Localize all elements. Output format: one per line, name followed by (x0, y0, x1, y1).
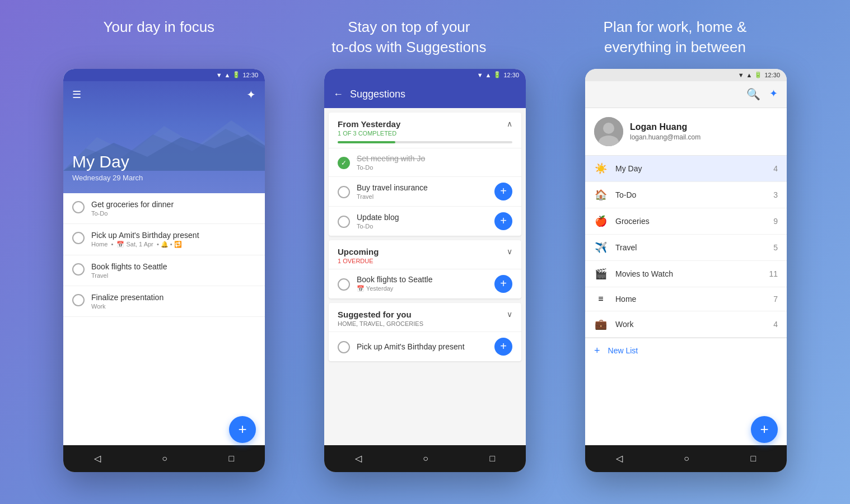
list-item-groceries[interactable]: 🍎 Groceries 9 (585, 208, 787, 235)
phone1: ▼ ▲ 🔋 12:30 ☰ ✦ My Day Wed (63, 69, 265, 472)
task-item-groceries[interactable]: Get groceries for dinner To-Do (63, 193, 265, 224)
nav-back-icon[interactable]: ◁ (94, 453, 101, 464)
task-circle-groceries[interactable] (72, 201, 85, 213)
header-right: Plan for work, home &everything in betwe… (604, 17, 747, 58)
nav-recents-icon2[interactable]: □ (490, 454, 496, 464)
phone1-fab[interactable]: + (229, 416, 256, 443)
insurance-circle[interactable] (338, 186, 350, 198)
task-subtitle-presentation: Work (91, 303, 256, 310)
search-icon[interactable]: 🔍 (746, 87, 760, 101)
status-battery-icon2: 🔋 (493, 71, 501, 78)
suggestion-item-meeting[interactable]: ✓ Set meeting with Jo To-Do (329, 148, 521, 176)
my-day-date: Wednesday 29 March (72, 174, 256, 182)
task-subtitle-flights: Travel (91, 272, 256, 279)
status-signal-icon3: ▲ (746, 72, 753, 78)
meeting-title: Set meeting with Jo (357, 154, 512, 163)
header-left-text: Your day in focus (104, 17, 215, 37)
upcoming-header: Upcoming 1 OVERDUE ∨ (329, 240, 521, 269)
header-center: Stay on top of yourto-dos with Suggestio… (331, 17, 486, 58)
back-arrow-icon[interactable]: ← (333, 88, 343, 100)
flights-content: Book flights to Seattle 📅 Yesterday (357, 275, 488, 292)
phone1-nav-bar: ◁ ○ □ (63, 445, 265, 472)
suggestion-item-birthday2[interactable]: Pick up Amit's Birthday present + (329, 332, 521, 361)
home-label: Home (615, 295, 765, 304)
task-title-presentation: Finalize presentation (91, 293, 256, 302)
travel-icon: ✈️ (594, 241, 608, 254)
task-title-groceries: Get groceries for dinner (91, 200, 256, 209)
upcoming-chevron[interactable]: ∨ (507, 247, 512, 256)
from-yesterday-header: From Yesterday 1 OF 3 COMPLETED ∧ (329, 113, 521, 141)
suggestion-item-blog[interactable]: Update blog To-Do + (329, 206, 521, 236)
blog-add-btn[interactable]: + (494, 212, 512, 230)
phone2-nav-bar: ◁ ○ □ (324, 445, 526, 472)
suggested-title: Suggested for you (338, 310, 423, 319)
insurance-content: Buy travel insurance Travel (357, 183, 488, 200)
from-yesterday-chevron[interactable]: ∧ (507, 119, 512, 128)
insurance-title: Buy travel insurance (357, 183, 488, 192)
nav-recents-icon3[interactable]: □ (751, 454, 756, 464)
task-item-birthday[interactable]: Pick up Amit's Birthday present Home • 📅… (63, 224, 265, 255)
new-list-button[interactable]: + New List (585, 338, 787, 363)
task-circle-flights[interactable] (72, 263, 85, 276)
suggested-chevron[interactable]: ∨ (507, 310, 512, 319)
suggestion-item-insurance[interactable]: Buy travel insurance Travel + (329, 176, 521, 206)
groceries-label: Groceries (615, 217, 765, 226)
task-content-flights: Book flights to Seattle Travel (91, 262, 256, 279)
blog-subtitle: To-Do (357, 223, 488, 230)
task-title-birthday: Pick up Amit's Birthday present (91, 231, 256, 240)
my-day-icon: ☀️ (594, 162, 608, 175)
flights-circle[interactable] (338, 278, 350, 291)
task-content-groceries: Get groceries for dinner To-Do (91, 200, 256, 217)
meeting-circle[interactable]: ✓ (338, 157, 350, 169)
task-content-birthday: Pick up Amit's Birthday present Home • 📅… (91, 231, 256, 248)
task-item-presentation[interactable]: Finalize presentation Work (63, 286, 265, 317)
nav-back-icon2[interactable]: ◁ (355, 453, 362, 464)
upcoming-subtitle: 1 OVERDUE (338, 258, 379, 264)
nav-home-icon2[interactable]: ○ (423, 454, 428, 464)
groceries-count: 9 (773, 217, 778, 226)
suggested-card: Suggested for you HOME, TRAVEL, GROCERIE… (329, 303, 521, 361)
meeting-subtitle: To-Do (357, 164, 512, 171)
list-item-home[interactable]: ≡ Home 7 (585, 287, 787, 311)
suggestion-item-flights-seattle[interactable]: Book flights to Seattle 📅 Yesterday + (329, 269, 521, 298)
status-wifi-icon2: ▼ (477, 72, 483, 78)
header-left: Your day in focus (104, 17, 215, 58)
brightness-icon3[interactable]: ✦ (769, 87, 778, 101)
suggestions-content: From Yesterday 1 OF 3 COMPLETED ∧ ✓ Set … (324, 108, 526, 445)
suggested-header: Suggested for you HOME, TRAVEL, GROCERIE… (329, 303, 521, 332)
home-icon: ≡ (594, 294, 608, 304)
insurance-add-btn[interactable]: + (494, 183, 512, 200)
phone1-header: ☰ ✦ My Day Wednesday 29 March (63, 81, 265, 193)
from-yesterday-subtitle: 1 OF 3 COMPLETED (338, 130, 400, 137)
list-item-travel[interactable]: ✈️ Travel 5 (585, 235, 787, 261)
nav-home-icon3[interactable]: ○ (684, 454, 689, 464)
from-yesterday-progress-fill (338, 141, 395, 143)
upcoming-title: Upcoming (338, 247, 379, 256)
nav-back-icon3[interactable]: ◁ (616, 453, 623, 464)
flights-title: Book flights to Seattle (357, 275, 488, 284)
blog-circle[interactable] (338, 216, 350, 228)
flights-add-btn[interactable]: + (494, 275, 512, 293)
user-email: logan.huang@mail.com (630, 133, 700, 141)
todo-label: To-Do (615, 190, 765, 199)
nav-home-icon[interactable]: ○ (162, 454, 167, 464)
birthday2-add-btn[interactable]: + (494, 338, 512, 356)
list-item-my-day[interactable]: ☀️ My Day 4 (585, 156, 787, 182)
task-circle-birthday[interactable] (72, 232, 85, 244)
from-yesterday-title: From Yesterday (338, 119, 400, 129)
phone3-fab[interactable]: + (751, 416, 778, 443)
status-wifi-icon3: ▼ (738, 72, 744, 78)
status-wifi-icon: ▼ (216, 72, 222, 78)
upcoming-card: Upcoming 1 OVERDUE ∨ Book flights to Sea… (329, 240, 521, 298)
work-count: 4 (773, 320, 778, 329)
list-item-work[interactable]: 💼 Work 4 (585, 311, 787, 338)
birthday2-circle[interactable] (338, 341, 350, 353)
status-battery-icon3: 🔋 (754, 71, 762, 78)
nav-recents-icon[interactable]: □ (229, 454, 235, 464)
phone2-status-bar: ▼ ▲ 🔋 12:30 (324, 69, 526, 81)
list-item-movies[interactable]: 🎬 Movies to Watch 11 (585, 261, 787, 287)
task-circle-presentation[interactable] (72, 294, 85, 306)
list-item-todo[interactable]: 🏠 To-Do 3 (585, 182, 787, 208)
task-item-flights[interactable]: Book flights to Seattle Travel (63, 255, 265, 286)
phone2-topbar: ← Suggestions (324, 81, 526, 108)
